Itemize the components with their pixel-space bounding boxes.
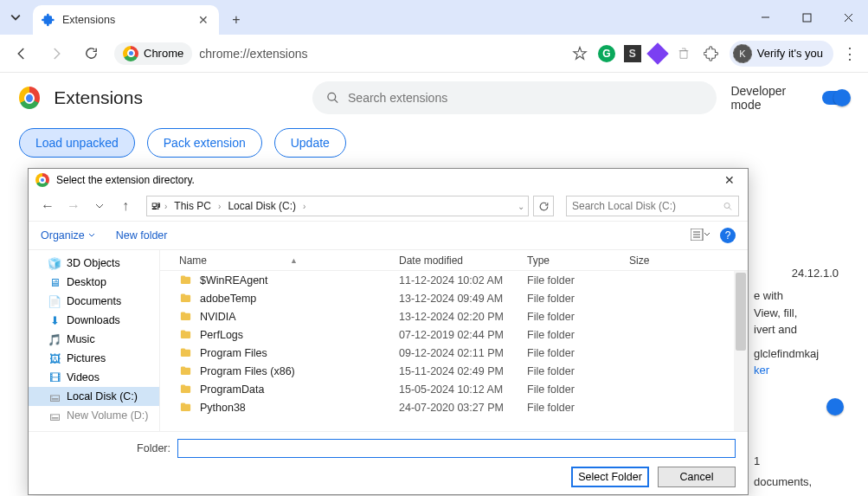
search-extensions-box[interactable]	[312, 81, 717, 114]
browser-toolbar: Chrome chrome://extensions G S K Verify …	[0, 35, 868, 73]
extension-icon	[42, 13, 55, 27]
drive-icon: 🖴	[48, 409, 61, 422]
dialog-recent-dropdown[interactable]	[89, 196, 110, 216]
folder-icon	[179, 274, 193, 287]
pack-extension-button[interactable]: Pack extension	[147, 128, 262, 158]
dialog-titlebar: Select the extension directory. ✕	[29, 169, 748, 191]
pc-icon: 🖳	[151, 200, 161, 212]
developer-mode-toggle[interactable]: Developer mode	[730, 84, 849, 112]
svg-line-3	[334, 100, 338, 103]
verify-identity-chip[interactable]: K Verify it's you	[730, 41, 833, 67]
dialog-sidebar: 🧊3D Objects🖥Desktop📄Documents⬇Downloads🎵…	[29, 250, 160, 431]
file-row[interactable]: ProgramData15-05-2024 10:12 AMFile folde…	[160, 380, 748, 398]
minimize-button[interactable]	[745, 0, 785, 35]
extensions-header: Extensions Developer mode	[0, 73, 868, 123]
help-icon[interactable]: ?	[720, 228, 736, 243]
breadcrumb-item[interactable]: Local Disk (C:)	[224, 200, 299, 212]
col-name[interactable]: Name▲	[179, 254, 399, 267]
organize-menu[interactable]: Organize	[41, 229, 95, 242]
dialog-file-list: Name▲ Date modified Type Size $WinREAgen…	[160, 250, 748, 431]
col-date[interactable]: Date modified	[399, 254, 527, 267]
chrome-logo-icon	[123, 46, 138, 61]
forward-button[interactable]	[42, 39, 71, 68]
sidebar-item[interactable]: 🧊3D Objects	[29, 254, 159, 273]
extension-grammarly-icon[interactable]: G	[598, 45, 615, 62]
file-row[interactable]: Program Files (x86)15-11-2024 02:49 PMFi…	[160, 362, 748, 380]
extension-card-version: 24.12.1.0	[792, 267, 839, 280]
sidebar-item[interactable]: 🖴Local Disk (C:)	[29, 387, 159, 406]
desktop-icon: 🖥	[48, 275, 61, 289]
breadcrumb-item[interactable]: This PC	[170, 200, 215, 212]
refresh-button[interactable]	[533, 196, 554, 216]
sidebar-item[interactable]: ⬇Downloads	[29, 311, 159, 330]
tab-search-dropdown[interactable]	[0, 0, 31, 35]
file-row[interactable]: NVIDIA13-12-2024 02:20 PMFile folder	[160, 307, 748, 325]
file-row[interactable]: Program Files09-12-2024 02:11 PMFile fol…	[160, 344, 748, 362]
action-buttons: Load unpacked Pack extension Update	[0, 123, 868, 170]
dialog-search-box[interactable]	[566, 196, 739, 216]
extensions-puzzle-icon[interactable]	[702, 44, 721, 63]
chrome-logo-icon	[19, 87, 40, 109]
cancel-button[interactable]: Cancel	[658, 467, 736, 487]
maximize-button[interactable]	[787, 0, 826, 35]
window-titlebar: Extensions ✕ +	[0, 0, 868, 35]
inspect-link[interactable]: ker	[754, 364, 769, 377]
folder-icon	[179, 364, 193, 378]
file-row[interactable]: adobeTemp13-12-2024 09:49 AMFile folder	[160, 289, 748, 307]
extension-s-icon[interactable]: S	[624, 45, 641, 62]
update-button[interactable]: Update	[274, 128, 346, 158]
url-text: chrome://extensions	[199, 47, 307, 61]
bookmark-star-icon[interactable]	[570, 44, 589, 63]
folder-icon	[179, 292, 193, 306]
close-window-button[interactable]	[828, 0, 868, 35]
dialog-back-button[interactable]: ←	[37, 196, 58, 216]
file-row[interactable]: PerfLogs07-12-2019 02:44 PMFile folder	[160, 325, 748, 344]
load-unpacked-button[interactable]: Load unpacked	[19, 128, 135, 158]
dialog-toolbar: Organize New folder ?	[29, 221, 748, 250]
sidebar-item[interactable]: 🎞Videos	[29, 368, 159, 387]
svg-line-5	[729, 207, 731, 209]
back-button[interactable]	[7, 39, 36, 68]
breadcrumb[interactable]: 🖳 › This PC › Local Disk (C:) › ⌄	[146, 196, 529, 216]
tab-close-icon[interactable]: ✕	[196, 13, 210, 27]
folder-icon	[179, 328, 193, 342]
folder-picker-dialog: Select the extension directory. ✕ ← → ↑ …	[28, 168, 749, 495]
folder-input[interactable]	[177, 439, 736, 458]
chrome-menu-icon[interactable]: ⋮	[842, 44, 858, 63]
omnibox[interactable]: Chrome chrome://extensions	[114, 42, 308, 65]
drive-icon: 🖴	[48, 390, 61, 403]
sidebar-item[interactable]: 🖴New Volume (D:)	[29, 406, 159, 425]
sidebar-item[interactable]: 🎵Music	[29, 330, 159, 349]
dialog-search-input[interactable]	[572, 200, 723, 212]
avatar: K	[733, 44, 752, 63]
file-row[interactable]: Python3824-07-2020 03:27 PMFile folder	[160, 398, 748, 416]
column-headers[interactable]: Name▲ Date modified Type Size	[160, 250, 748, 271]
sidebar-item[interactable]: 📄Documents	[29, 292, 159, 311]
new-folder-button[interactable]: New folder	[116, 229, 168, 242]
scrollbar[interactable]	[734, 271, 748, 431]
toggle-on-icon[interactable]	[822, 91, 849, 105]
file-row[interactable]: $WinREAgent11-12-2024 10:02 AMFile folde…	[160, 271, 748, 289]
select-folder-button[interactable]: Select Folder	[571, 467, 649, 487]
extension-diamond-icon[interactable]	[646, 42, 668, 64]
sort-asc-icon: ▲	[290, 256, 298, 265]
dialog-close-icon[interactable]: ✕	[718, 169, 741, 191]
doc-icon: 📄	[48, 294, 61, 308]
folder-icon	[179, 346, 193, 360]
col-size[interactable]: Size	[629, 254, 690, 267]
new-tab-button[interactable]: +	[224, 8, 248, 32]
picture-icon: 🖼	[48, 351, 61, 365]
folder-label: Folder:	[41, 442, 170, 454]
chevron-down-icon[interactable]: ⌄	[518, 202, 524, 211]
search-extensions-input[interactable]	[348, 91, 703, 105]
extension-card-fragment: e with View, fill, ivert and glclefindmk…	[754, 287, 849, 379]
view-options-icon[interactable]	[691, 229, 710, 243]
sidebar-item[interactable]: 🖼Pictures	[29, 349, 159, 368]
reload-button[interactable]	[76, 39, 106, 68]
extension-trash-icon[interactable]	[674, 44, 693, 63]
dialog-up-button[interactable]: ↑	[115, 196, 136, 216]
dialog-forward-button[interactable]: →	[63, 196, 84, 216]
sidebar-item[interactable]: 🖥Desktop	[29, 273, 159, 292]
col-type[interactable]: Type	[527, 254, 629, 267]
browser-tab-active[interactable]: Extensions ✕	[33, 5, 219, 35]
